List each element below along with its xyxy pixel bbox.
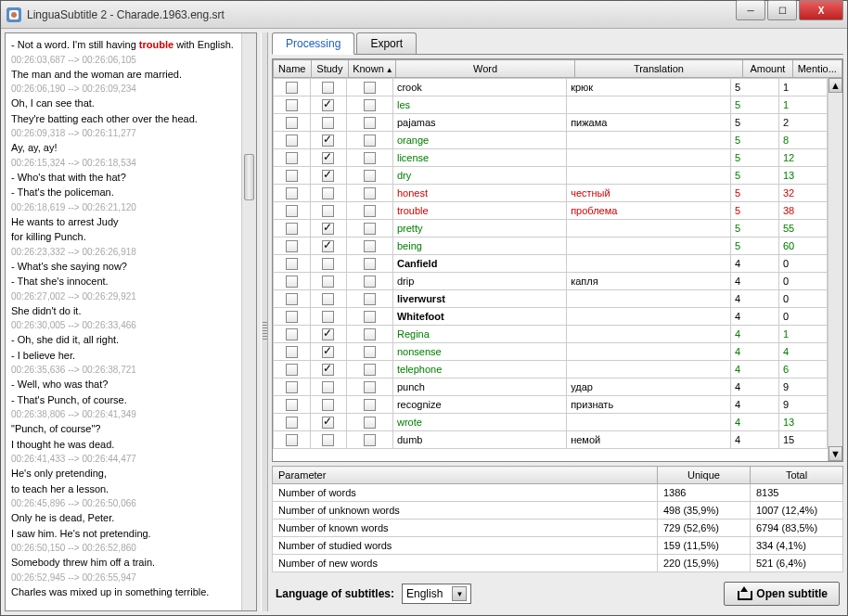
col-known[interactable]: Known▲ — [349, 60, 396, 78]
table-row[interactable]: telephone46 — [274, 361, 828, 379]
table-row[interactable]: dumbнемой415 — [274, 431, 828, 449]
titlebar[interactable]: LinguaSubtitle 2 - Charade.1963.eng.srt … — [1, 1, 847, 29]
translation-cell[interactable] — [567, 343, 731, 361]
stats-col-param[interactable]: Parameter — [273, 467, 658, 484]
name-checkbox[interactable] — [286, 399, 298, 411]
translation-cell[interactable] — [567, 132, 731, 149]
name-checkbox[interactable] — [286, 328, 298, 340]
known-checkbox[interactable] — [364, 346, 376, 358]
name-checkbox[interactable] — [286, 117, 298, 129]
scrollbar-thumb[interactable] — [244, 154, 254, 200]
known-checkbox[interactable] — [364, 434, 376, 446]
study-checkbox[interactable] — [322, 170, 334, 182]
word-cell[interactable]: Regina — [392, 326, 566, 343]
subtitle-line[interactable]: "Punch, of course"?I thought he was dead… — [11, 421, 236, 452]
translation-cell[interactable] — [567, 255, 731, 273]
translation-cell[interactable]: пижама — [567, 114, 731, 132]
subtitle-line[interactable]: - Who's that with the hat?- That's the p… — [11, 170, 236, 200]
subtitle-line[interactable]: He wants to arrest Judyfor killing Punch… — [11, 214, 236, 245]
translation-cell[interactable] — [567, 414, 731, 431]
table-row[interactable]: being560 — [274, 237, 828, 255]
name-checkbox[interactable] — [286, 152, 298, 164]
stats-col-unique[interactable]: Unique — [658, 467, 751, 484]
known-checkbox[interactable] — [364, 152, 376, 164]
word-cell[interactable]: pajamas — [392, 114, 566, 132]
name-checkbox[interactable] — [286, 417, 298, 429]
table-row[interactable]: troubleпроблема538 — [274, 202, 828, 220]
name-checkbox[interactable] — [286, 381, 298, 393]
translation-cell[interactable]: немой — [567, 431, 731, 449]
table-row[interactable]: pajamasпижама52 — [274, 114, 828, 132]
subtitle-line[interactable]: Charles was mixed up in something terrib… — [11, 584, 236, 600]
word-cell[interactable]: orange — [392, 132, 566, 149]
table-row[interactable]: les51 — [274, 96, 828, 114]
study-checkbox[interactable] — [322, 99, 334, 111]
study-checkbox[interactable] — [322, 346, 334, 358]
subtitle-line[interactable]: She didn't do it. — [11, 303, 236, 319]
translation-cell[interactable] — [567, 96, 731, 114]
study-checkbox[interactable] — [322, 381, 334, 393]
study-checkbox[interactable] — [322, 135, 334, 147]
table-row[interactable]: license512 — [274, 149, 828, 167]
word-cell[interactable]: dumb — [392, 431, 566, 449]
name-checkbox[interactable] — [286, 364, 298, 376]
word-cell[interactable]: telephone — [392, 361, 566, 379]
open-subtitle-button[interactable]: Open subtitle — [724, 582, 840, 606]
known-checkbox[interactable] — [364, 223, 376, 235]
study-checkbox[interactable] — [322, 187, 334, 199]
known-checkbox[interactable] — [364, 240, 376, 252]
translation-cell[interactable]: капля — [567, 273, 731, 290]
subtitle-line[interactable]: - Oh, she did it, all right.- I believe … — [11, 332, 236, 363]
subtitle-line[interactable]: Only he is dead, Peter.I saw him. He's n… — [11, 510, 236, 541]
table-row[interactable]: liverwurst40 — [274, 290, 828, 308]
word-cell[interactable]: les — [392, 96, 566, 114]
known-checkbox[interactable] — [364, 364, 376, 376]
translation-cell[interactable] — [567, 290, 731, 308]
study-checkbox[interactable] — [322, 311, 334, 323]
study-checkbox[interactable] — [322, 276, 334, 288]
word-cell[interactable]: wrote — [392, 414, 566, 431]
word-cell[interactable]: drip — [392, 273, 566, 290]
translation-cell[interactable] — [567, 167, 731, 185]
col-amount[interactable]: Amount — [743, 60, 792, 78]
known-checkbox[interactable] — [364, 399, 376, 411]
translation-cell[interactable]: крюк — [567, 79, 731, 96]
name-checkbox[interactable] — [286, 293, 298, 305]
name-checkbox[interactable] — [286, 258, 298, 270]
known-checkbox[interactable] — [364, 187, 376, 199]
known-checkbox[interactable] — [364, 82, 376, 94]
subtitle-line[interactable]: - Not a word. I'm still having trouble w… — [11, 37, 236, 53]
col-translation[interactable]: Translation — [574, 60, 743, 78]
translation-cell[interactable] — [567, 220, 731, 237]
word-cell[interactable]: liverwurst — [392, 290, 566, 308]
known-checkbox[interactable] — [364, 135, 376, 147]
scroll-up-button[interactable]: ▲ — [829, 78, 842, 93]
table-row[interactable]: nonsense44 — [274, 343, 828, 361]
known-checkbox[interactable] — [364, 381, 376, 393]
known-checkbox[interactable] — [364, 170, 376, 182]
word-cell[interactable]: honest — [392, 185, 566, 202]
translation-cell[interactable] — [567, 326, 731, 343]
word-cell[interactable]: recognize — [392, 396, 566, 414]
close-button[interactable]: X — [799, 0, 843, 20]
col-word[interactable]: Word — [396, 60, 574, 78]
known-checkbox[interactable] — [364, 258, 376, 270]
maximize-button[interactable]: ☐ — [767, 0, 797, 20]
minimize-button[interactable]: ─ — [736, 0, 765, 20]
subtitle-line[interactable]: - What's she saying now?- That she's inn… — [11, 259, 236, 289]
name-checkbox[interactable] — [286, 82, 298, 94]
study-checkbox[interactable] — [322, 364, 334, 376]
study-checkbox[interactable] — [322, 223, 334, 235]
subtitle-line[interactable]: Ay, ay, ay! — [11, 140, 236, 156]
subtitle-line[interactable]: - Well, who was that?- That's Punch, of … — [11, 377, 236, 407]
table-row[interactable]: Canfield40 — [274, 255, 828, 273]
col-mention[interactable]: Mentio... — [792, 60, 842, 78]
name-checkbox[interactable] — [286, 170, 298, 182]
table-row[interactable]: Whitefoot40 — [274, 308, 828, 326]
name-checkbox[interactable] — [286, 240, 298, 252]
table-row[interactable]: orange58 — [274, 132, 828, 149]
study-checkbox[interactable] — [322, 399, 334, 411]
word-cell[interactable]: punch — [392, 379, 566, 396]
word-cell[interactable]: dry — [392, 167, 566, 185]
known-checkbox[interactable] — [364, 99, 376, 111]
